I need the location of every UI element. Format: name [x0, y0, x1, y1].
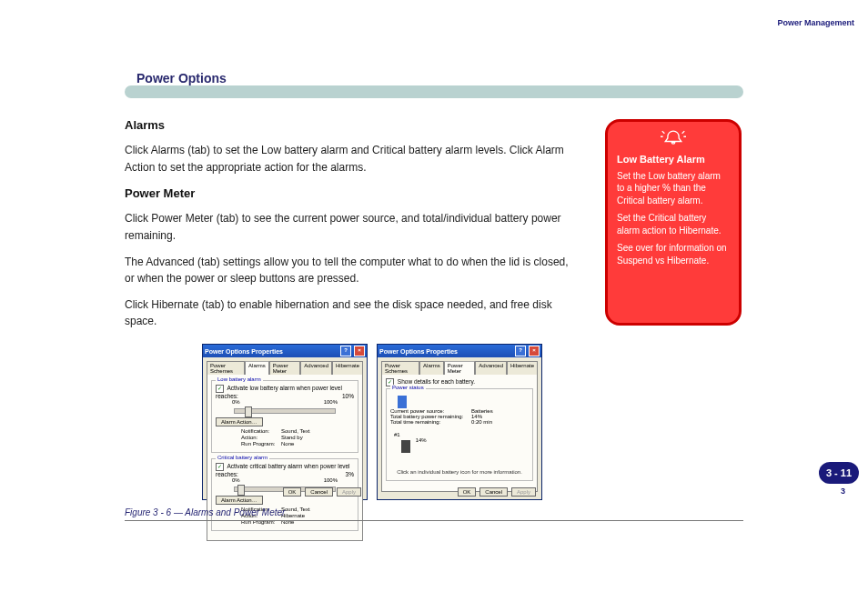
- close-icon-pm[interactable]: ×: [529, 346, 540, 356]
- ok-button[interactable]: OK: [283, 487, 302, 497]
- page-number-badge: 3 - 11: [819, 462, 859, 484]
- tab-alarms[interactable]: Alarms: [245, 361, 269, 375]
- dialog-titlebar[interactable]: Power Options Properties ? ×: [203, 345, 367, 357]
- button-crit-alarm-action[interactable]: Alarm Action…: [216, 496, 263, 505]
- dialog-alarms: Power Options Properties ? × Power Schem…: [202, 344, 368, 500]
- tab-advanced-pm[interactable]: Advanced: [475, 361, 507, 375]
- battery-1-icon[interactable]: [401, 440, 410, 453]
- slider-min-label: 0%: [232, 399, 240, 405]
- paragraph-advanced: The Advanced (tab) settings allow you to…: [125, 254, 580, 287]
- paragraph-power-meter: Click Power Meter (tab) to see the curre…: [125, 210, 580, 244]
- slider-crit-min-label: 0%: [232, 477, 240, 483]
- paragraph-hibernate: Click Hibernate (tab) to enable hibernat…: [125, 296, 580, 330]
- running-header: Power Management: [777, 18, 854, 27]
- apply-button-pm[interactable]: Apply: [511, 487, 536, 497]
- value-time-remaining: 0:20 min: [471, 419, 508, 425]
- slider-low[interactable]: [234, 408, 336, 414]
- checkbox-low-activate[interactable]: [216, 385, 224, 393]
- value-crit-percent: 3%: [346, 471, 354, 477]
- heading-power-meter: Power Meter: [125, 185, 580, 203]
- tab-power-meter[interactable]: Power Meter: [269, 361, 301, 375]
- warning-title: Low Battery Alarm: [617, 153, 730, 166]
- battery-icon: [398, 396, 407, 408]
- dialog-power-meter: Power Options Properties ? × Power Schem…: [377, 344, 542, 500]
- figure-caption: Figure 3 - 6 — Alarms and Power Meter: [125, 507, 285, 517]
- value-low-run: None: [281, 441, 354, 446]
- slider-max-label: 100%: [324, 399, 338, 405]
- tab-hibernate-pm[interactable]: Hibernate: [507, 361, 538, 375]
- label-action: Action:: [241, 435, 278, 440]
- tab-alarms-pm[interactable]: Alarms: [419, 361, 444, 375]
- body-text: Alarms Click Alarms (tab) to set the Low…: [125, 116, 580, 339]
- paragraph-alarms: Click Alarms (tab) to set the Low batter…: [125, 142, 580, 176]
- warning-p2: Set the Critical battery alarm action to…: [617, 212, 730, 236]
- label-notification: Notification:: [241, 428, 278, 434]
- slider-low-thumb[interactable]: [245, 406, 252, 417]
- dialog-title: Power Options Properties: [205, 348, 283, 355]
- section-title-bar: [125, 85, 743, 98]
- tab-power-schemes-pm[interactable]: Power Schemes: [381, 361, 419, 375]
- tab-power-schemes[interactable]: Power Schemes: [207, 361, 245, 375]
- battery-click-hint: Click an individual battery icon for mor…: [390, 469, 529, 475]
- button-low-alarm-action[interactable]: Alarm Action…: [216, 417, 263, 426]
- alarm-bell-icon: [661, 127, 686, 149]
- dialog-titlebar-pm[interactable]: Power Options Properties ? ×: [378, 345, 541, 357]
- tab-power-meter-pm[interactable]: Power Meter: [444, 361, 476, 375]
- close-icon[interactable]: ×: [354, 346, 365, 356]
- battery-1-percent: 14%: [416, 437, 427, 443]
- warning-callout: Low Battery Alarm Set the Low battery al…: [605, 119, 742, 326]
- warning-p1: Set the Low battery alarm to a higher % …: [617, 170, 730, 207]
- group-low-battery: Low battery alarm Activate low battery a…: [211, 380, 358, 453]
- label-time-remaining: Total time remaining:: [390, 419, 468, 425]
- cancel-button-pm[interactable]: Cancel: [479, 487, 508, 497]
- ok-button-pm[interactable]: OK: [458, 487, 477, 497]
- label-low-activate: Activate low battery alarm when power le…: [216, 385, 342, 399]
- value-low-notification: Sound, Text: [281, 428, 354, 434]
- slider-crit-max-label: 100%: [324, 477, 338, 483]
- value-low-percent: 10%: [342, 393, 354, 399]
- chapter-number: 3: [841, 487, 845, 496]
- legend-power-status: Power status: [390, 385, 426, 390]
- legend-low-battery: Low battery alarm: [216, 376, 263, 382]
- group-power-status: Power status Current power source:Batter…: [386, 388, 533, 481]
- tab-strip: Power Schemes Alarms Power Meter Advance…: [207, 360, 363, 374]
- label-crit-activate: Activate critical battery alarm when pow…: [216, 463, 350, 477]
- cancel-button[interactable]: Cancel: [305, 487, 333, 497]
- help-icon-pm[interactable]: ?: [515, 346, 526, 356]
- battery-1-label: #1: [394, 432, 400, 437]
- tab-hibernate[interactable]: Hibernate: [332, 361, 363, 375]
- value-crit-notification: Sound, Text: [281, 507, 354, 512]
- help-icon[interactable]: ?: [340, 346, 351, 356]
- label-run-program: Run Program:: [241, 441, 278, 446]
- dialog-title-pm: Power Options Properties: [379, 348, 458, 355]
- horizontal-rule: [125, 520, 743, 521]
- section-title: Power Options: [136, 71, 227, 85]
- legend-critical-battery: Critical battery alarm: [216, 455, 269, 460]
- apply-button[interactable]: Apply: [337, 487, 361, 497]
- tab-panel-power-meter: Show details for each battery. Power sta…: [381, 374, 538, 492]
- tab-strip-pm: Power Schemes Alarms Power Meter Advance…: [381, 360, 538, 374]
- tab-advanced[interactable]: Advanced: [300, 361, 332, 375]
- warning-p3: See over for information on Suspend vs H…: [617, 242, 730, 266]
- checkbox-crit-activate[interactable]: [216, 463, 224, 471]
- value-low-action: Stand by: [281, 435, 354, 440]
- value-crit-action: Hibernate: [281, 513, 354, 518]
- heading-alarms: Alarms: [125, 116, 580, 135]
- slider-crit-thumb[interactable]: [237, 485, 245, 496]
